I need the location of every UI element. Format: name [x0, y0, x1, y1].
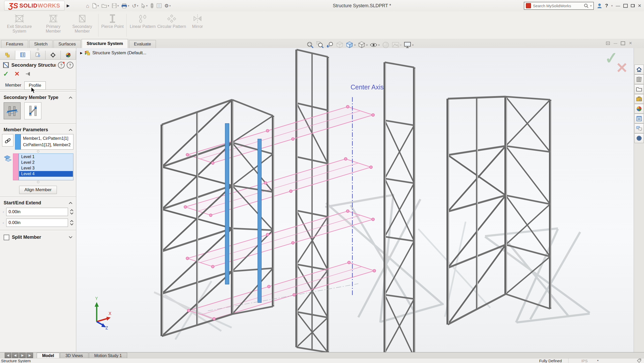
forum-tab[interactable] — [634, 123, 644, 133]
previous-view-button[interactable] — [326, 41, 334, 49]
tab-structure-system[interactable]: Structure System — [82, 39, 128, 48]
home-tab[interactable] — [634, 65, 644, 74]
design-library-tab[interactable] — [634, 74, 644, 84]
display-manager-tab[interactable] — [61, 51, 76, 59]
tab-features[interactable]: Features — [1, 40, 28, 48]
selection-item[interactable]: Member1, CirPattern1[1] — [23, 135, 71, 142]
confirmation-cancel-icon[interactable]: ✕ — [616, 59, 628, 76]
undo-button[interactable]: ↺▾ — [131, 3, 139, 9]
appearances-tab[interactable] — [634, 104, 644, 114]
search-icon[interactable] — [584, 3, 589, 8]
nav-last-button[interactable]: ▶ — [26, 353, 33, 358]
minimize-button[interactable]: — — [616, 4, 620, 8]
primary-member-button[interactable]: Primary Member — [39, 14, 68, 34]
options-button[interactable]: ⚙▾ — [164, 3, 172, 9]
align-member-button[interactable]: Align Member — [19, 186, 57, 194]
level-item-empty[interactable] — [19, 177, 73, 180]
member-parameters-header[interactable]: Member Parameters — [0, 126, 76, 134]
edit-appearance-button[interactable] — [382, 41, 390, 49]
close-button[interactable]: ✕ — [638, 4, 641, 8]
level-item[interactable]: Level 3 — [19, 165, 73, 171]
display-style-button[interactable]: ▾ — [358, 41, 368, 49]
tree-expand-arrow[interactable]: ▶ — [80, 51, 82, 55]
level-item-selected[interactable]: Level 4 — [19, 171, 73, 177]
end-extend-input[interactable] — [6, 219, 68, 227]
exit-structure-system-button[interactable]: Exit Structure System — [0, 14, 39, 34]
circular-pattern-button[interactable]: Circular Pattern — [157, 14, 186, 29]
search-box[interactable]: ▾ — [524, 2, 594, 10]
help-button[interactable]: ? — [605, 3, 608, 9]
list-resize-handle[interactable] — [0, 150, 76, 153]
restore-button[interactable] — [623, 4, 628, 8]
linear-pattern-button[interactable]: Linear Pattern — [128, 14, 157, 29]
help-icon[interactable]: ? — [67, 62, 73, 68]
save-button[interactable]: ▾ — [111, 3, 120, 9]
pin-icon[interactable] — [25, 72, 31, 76]
resources-tab[interactable] — [634, 133, 644, 143]
user-account-icon[interactable] — [597, 3, 602, 9]
tab-motion-study-1[interactable]: Motion Study 1 — [89, 353, 127, 358]
open-button[interactable]: ▾ — [101, 3, 110, 9]
units-selector[interactable]: IPS — [581, 359, 588, 363]
dimxpert-manager-tab[interactable] — [46, 51, 61, 59]
tab-3d-views[interactable]: 3D Views — [60, 353, 88, 358]
whats-new-help-icon[interactable]: ? — [58, 62, 65, 68]
tab-surfaces[interactable]: Surfaces — [54, 40, 81, 48]
new-document-button[interactable]: ▾ — [91, 2, 100, 9]
select-button[interactable]: ▾ — [140, 3, 148, 9]
selection-item[interactable]: CirPattern1[12], Member2 — [23, 142, 71, 148]
tab-sketch[interactable]: Sketch — [29, 40, 52, 48]
custom-properties-tab[interactable] — [634, 114, 644, 123]
panel-grip[interactable] — [0, 48, 76, 51]
solidworks-logo[interactable]: ƷS SOLID WORKS — [4, 1, 65, 11]
level-item[interactable]: Level 2 — [19, 160, 73, 165]
secondary-member-button[interactable]: Secondary Member — [68, 14, 97, 34]
print-button[interactable]: ▾ — [120, 3, 130, 9]
search-dropdown-icon[interactable]: ▾ — [590, 4, 592, 7]
properties-button[interactable] — [156, 3, 163, 9]
levels-list[interactable]: Level 1 Level 2 Level 3 Level 4 — [19, 153, 73, 180]
end-extend-stepper[interactable] — [70, 220, 73, 225]
doc-minimize-icon[interactable]: — — [613, 41, 617, 45]
menu-flyout-arrow-icon[interactable]: ▶ — [67, 3, 70, 8]
hide-show-items-button[interactable]: ▾ — [370, 41, 380, 49]
nav-next-button[interactable]: ▶ — [19, 353, 26, 358]
mirror-button[interactable]: Mirror — [186, 14, 209, 29]
doc-close-icon[interactable]: ✕ — [629, 41, 632, 45]
property-manager-tab[interactable] — [15, 51, 31, 59]
home-button[interactable]: ⌂ — [85, 3, 90, 9]
between-points-member-button[interactable] — [24, 102, 41, 119]
pierce-point-button[interactable]: Pierce Point — [100, 14, 125, 29]
dock-icon[interactable] — [606, 42, 610, 45]
list-resize-handle[interactable] — [0, 180, 76, 184]
start-end-extend-header[interactable]: Start/End Extend — [0, 199, 76, 207]
view-orientation-button[interactable]: ▾ — [346, 41, 356, 49]
start-extend-input[interactable] — [6, 208, 68, 216]
member-tab[interactable]: Member — [4, 81, 23, 89]
ok-button[interactable]: ✓ — [3, 71, 9, 77]
support-plane-member-button[interactable] — [4, 102, 21, 119]
configuration-manager-tab[interactable] — [31, 51, 46, 59]
nav-prev-button[interactable]: ◀ — [12, 353, 19, 358]
member-selection-list[interactable]: Member1, CirPattern1[1] CirPattern1[12],… — [21, 134, 73, 150]
secondary-member-type-header[interactable]: Secondary Member Type — [0, 94, 76, 101]
expand-chevron-icon[interactable] — [69, 236, 72, 238]
nav-first-button[interactable]: ◀ — [5, 353, 11, 358]
apply-scene-button[interactable]: ▾ — [392, 41, 402, 49]
tab-model[interactable]: Model — [37, 353, 59, 358]
link-pattern-button[interactable] — [2, 134, 13, 146]
cascade-windows-button[interactable] — [631, 4, 635, 7]
tab-evaluate[interactable]: Evaluate — [129, 40, 156, 48]
tag-editor-icon[interactable] — [637, 359, 641, 363]
cancel-button[interactable]: ✕ — [14, 71, 20, 77]
attach-button[interactable] — [149, 2, 155, 9]
view-settings-button[interactable]: ▾ — [404, 41, 414, 49]
doc-restore-icon[interactable] — [621, 41, 625, 45]
section-view-button[interactable] — [336, 41, 344, 49]
file-explorer-tab[interactable] — [634, 84, 644, 94]
help-dropdown-icon[interactable]: ▾ — [611, 4, 613, 7]
zoom-to-area-button[interactable] — [316, 41, 324, 49]
graphics-viewport[interactable]: Center Axis ▶ Structure System (Default.… — [77, 48, 634, 352]
units-dropdown-icon[interactable]: ▴ — [597, 359, 598, 361]
split-member-checkbox[interactable] — [4, 235, 9, 240]
